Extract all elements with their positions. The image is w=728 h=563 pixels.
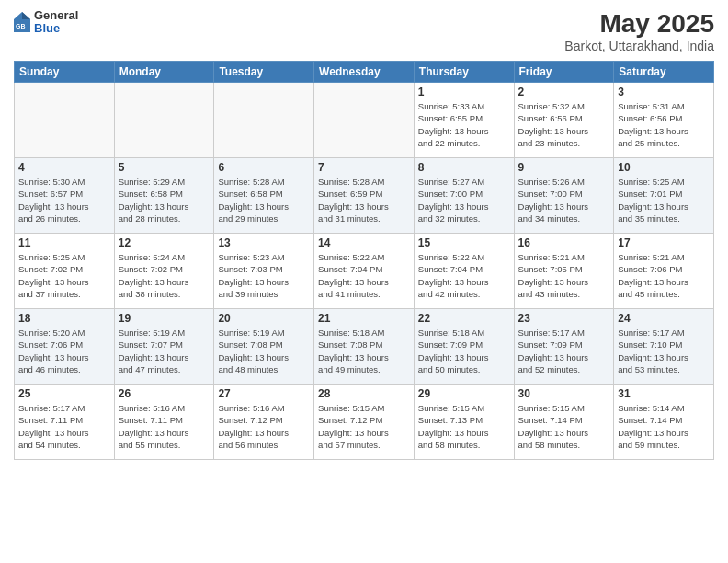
svg-text:GB: GB	[16, 23, 26, 29]
day-cell-17: 17Sunrise: 5:21 AMSunset: 7:06 PMDayligh…	[614, 234, 714, 309]
cell-day-number: 29	[418, 387, 510, 400]
cell-info: Sunrise: 5:25 AMSunset: 7:02 PMDaylight:…	[18, 251, 110, 300]
cell-info: Sunrise: 5:26 AMSunset: 7:00 PMDaylight:…	[518, 176, 610, 224]
day-cell-12: 12Sunrise: 5:24 AMSunset: 7:02 PMDayligh…	[114, 234, 214, 309]
cell-day-number: 22	[418, 312, 510, 325]
cell-day-number: 17	[618, 236, 710, 249]
cell-day-number: 21	[318, 312, 410, 325]
week-row-3: 11Sunrise: 5:25 AMSunset: 7:02 PMDayligh…	[15, 234, 714, 309]
week-row-2: 4Sunrise: 5:30 AMSunset: 6:57 PMDaylight…	[15, 158, 714, 234]
empty-cell	[314, 83, 415, 158]
cell-info: Sunrise: 5:27 AMSunset: 7:00 PMDaylight:…	[418, 176, 510, 224]
cell-day-number: 14	[318, 236, 410, 249]
cell-info: Sunrise: 5:17 AMSunset: 7:10 PMDaylight:…	[618, 327, 710, 375]
day-cell-31: 31Sunrise: 5:14 AMSunset: 7:14 PMDayligh…	[614, 385, 714, 460]
day-cell-5: 5Sunrise: 5:29 AMSunset: 6:58 PMDaylight…	[114, 158, 214, 234]
cell-info: Sunrise: 5:33 AMSunset: 6:55 PMDaylight:…	[418, 100, 510, 149]
cell-day-number: 9	[518, 161, 610, 174]
day-cell-22: 22Sunrise: 5:18 AMSunset: 7:09 PMDayligh…	[414, 309, 514, 385]
cell-day-number: 11	[18, 236, 110, 249]
day-cell-16: 16Sunrise: 5:21 AMSunset: 7:05 PMDayligh…	[514, 234, 614, 309]
cell-day-number: 1	[418, 86, 510, 98]
cell-info: Sunrise: 5:16 AMSunset: 7:11 PMDaylight:…	[119, 402, 210, 451]
day-cell-25: 25Sunrise: 5:17 AMSunset: 7:11 PMDayligh…	[15, 385, 115, 460]
week-row-5: 25Sunrise: 5:17 AMSunset: 7:11 PMDayligh…	[15, 385, 714, 460]
cell-day-number: 16	[518, 236, 610, 249]
cell-day-number: 24	[618, 312, 710, 325]
cell-day-number: 30	[518, 387, 610, 400]
cell-info: Sunrise: 5:32 AMSunset: 6:56 PMDaylight:…	[518, 100, 610, 149]
day-header-friday: Friday	[514, 62, 614, 83]
cell-day-number: 31	[618, 387, 710, 400]
day-cell-9: 9Sunrise: 5:26 AMSunset: 7:00 PMDaylight…	[514, 158, 614, 234]
cell-day-number: 19	[119, 312, 210, 325]
cell-day-number: 5	[119, 161, 210, 174]
day-cell-3: 3Sunrise: 5:31 AMSunset: 6:56 PMDaylight…	[614, 83, 714, 158]
cell-info: Sunrise: 5:28 AMSunset: 6:58 PMDaylight:…	[218, 176, 310, 224]
page: GB General Blue May 2025 Barkot, Uttarak…	[0, 0, 728, 563]
cell-day-number: 15	[418, 236, 510, 249]
day-cell-30: 30Sunrise: 5:15 AMSunset: 7:14 PMDayligh…	[514, 385, 614, 460]
day-header-sunday: Sunday	[15, 62, 115, 83]
cell-day-number: 8	[418, 161, 510, 174]
calendar-table: SundayMondayTuesdayWednesdayThursdayFrid…	[14, 61, 714, 460]
logo-general: General	[34, 9, 78, 22]
month-title: May 2025	[564, 9, 714, 39]
cell-day-number: 10	[618, 161, 710, 174]
cell-info: Sunrise: 5:15 AMSunset: 7:12 PMDaylight:…	[318, 402, 410, 451]
cell-info: Sunrise: 5:19 AMSunset: 7:07 PMDaylight:…	[119, 327, 210, 375]
day-cell-1: 1Sunrise: 5:33 AMSunset: 6:55 PMDaylight…	[414, 83, 514, 158]
title-block: May 2025 Barkot, Uttarakhand, India	[564, 9, 714, 53]
cell-info: Sunrise: 5:28 AMSunset: 6:59 PMDaylight:…	[318, 176, 410, 224]
day-header-saturday: Saturday	[614, 62, 714, 83]
cell-info: Sunrise: 5:21 AMSunset: 7:06 PMDaylight:…	[618, 251, 710, 300]
cell-info: Sunrise: 5:14 AMSunset: 7:14 PMDaylight:…	[618, 402, 710, 451]
cell-day-number: 27	[218, 387, 310, 400]
day-cell-15: 15Sunrise: 5:22 AMSunset: 7:04 PMDayligh…	[414, 234, 514, 309]
cell-day-number: 6	[218, 161, 310, 174]
day-cell-26: 26Sunrise: 5:16 AMSunset: 7:11 PMDayligh…	[114, 385, 214, 460]
week-row-4: 18Sunrise: 5:20 AMSunset: 7:06 PMDayligh…	[15, 309, 714, 385]
cell-info: Sunrise: 5:15 AMSunset: 7:13 PMDaylight:…	[418, 402, 510, 451]
cell-day-number: 2	[518, 86, 610, 98]
cell-day-number: 13	[218, 236, 310, 249]
day-cell-11: 11Sunrise: 5:25 AMSunset: 7:02 PMDayligh…	[15, 234, 115, 309]
cell-day-number: 12	[119, 236, 210, 249]
cell-info: Sunrise: 5:16 AMSunset: 7:12 PMDaylight:…	[218, 402, 310, 451]
empty-cell	[214, 83, 314, 158]
cell-info: Sunrise: 5:25 AMSunset: 7:01 PMDaylight:…	[618, 176, 710, 224]
day-cell-2: 2Sunrise: 5:32 AMSunset: 6:56 PMDaylight…	[514, 83, 614, 158]
day-cell-27: 27Sunrise: 5:16 AMSunset: 7:12 PMDayligh…	[214, 385, 314, 460]
day-cell-24: 24Sunrise: 5:17 AMSunset: 7:10 PMDayligh…	[614, 309, 714, 385]
cell-info: Sunrise: 5:18 AMSunset: 7:09 PMDaylight:…	[418, 327, 510, 375]
day-cell-10: 10Sunrise: 5:25 AMSunset: 7:01 PMDayligh…	[614, 158, 714, 234]
cell-day-number: 18	[18, 312, 110, 325]
day-cell-6: 6Sunrise: 5:28 AMSunset: 6:58 PMDaylight…	[214, 158, 314, 234]
logo-blue: Blue	[34, 22, 78, 35]
cell-info: Sunrise: 5:19 AMSunset: 7:08 PMDaylight:…	[218, 327, 310, 375]
cell-info: Sunrise: 5:24 AMSunset: 7:02 PMDaylight:…	[119, 251, 210, 300]
day-header-wednesday: Wednesday	[314, 62, 415, 83]
cell-info: Sunrise: 5:31 AMSunset: 6:56 PMDaylight:…	[618, 100, 710, 149]
day-header-tuesday: Tuesday	[214, 62, 314, 83]
day-cell-28: 28Sunrise: 5:15 AMSunset: 7:12 PMDayligh…	[314, 385, 415, 460]
day-cell-21: 21Sunrise: 5:18 AMSunset: 7:08 PMDayligh…	[314, 309, 415, 385]
day-cell-4: 4Sunrise: 5:30 AMSunset: 6:57 PMDaylight…	[15, 158, 115, 234]
cell-info: Sunrise: 5:30 AMSunset: 6:57 PMDaylight:…	[18, 176, 110, 224]
logo: GB General Blue	[14, 9, 78, 36]
week-row-1: 1Sunrise: 5:33 AMSunset: 6:55 PMDaylight…	[15, 83, 714, 158]
cell-info: Sunrise: 5:22 AMSunset: 7:04 PMDaylight:…	[318, 251, 410, 300]
day-cell-7: 7Sunrise: 5:28 AMSunset: 6:59 PMDaylight…	[314, 158, 415, 234]
day-cell-13: 13Sunrise: 5:23 AMSunset: 7:03 PMDayligh…	[214, 234, 314, 309]
location: Barkot, Uttarakhand, India	[564, 39, 714, 53]
cell-info: Sunrise: 5:20 AMSunset: 7:06 PMDaylight:…	[18, 327, 110, 375]
cell-day-number: 25	[18, 387, 110, 400]
day-header-row: SundayMondayTuesdayWednesdayThursdayFrid…	[15, 62, 714, 83]
day-header-thursday: Thursday	[414, 62, 514, 83]
cell-info: Sunrise: 5:18 AMSunset: 7:08 PMDaylight:…	[318, 327, 410, 375]
cell-info: Sunrise: 5:29 AMSunset: 6:58 PMDaylight:…	[119, 176, 210, 224]
cell-day-number: 4	[18, 161, 110, 174]
cell-day-number: 23	[518, 312, 610, 325]
cell-info: Sunrise: 5:15 AMSunset: 7:14 PMDaylight:…	[518, 402, 610, 451]
logo-icon: GB	[14, 12, 30, 32]
